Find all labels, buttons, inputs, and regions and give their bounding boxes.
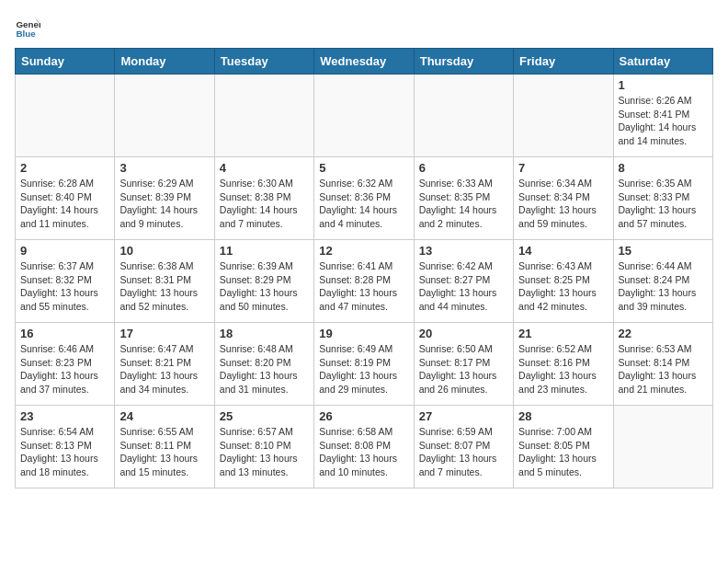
day-number: 12 [319, 244, 408, 258]
day-header-wednesday: Wednesday [314, 49, 414, 75]
day-info: Sunrise: 6:30 AM Sunset: 8:38 PM Dayligh… [220, 177, 309, 231]
day-info: Sunrise: 6:35 AM Sunset: 8:33 PM Dayligh… [619, 177, 708, 231]
calendar-cell [214, 75, 313, 157]
calendar-cell: 13Sunrise: 6:42 AM Sunset: 8:27 PM Dayli… [414, 240, 513, 323]
day-number: 10 [119, 244, 209, 258]
day-info: Sunrise: 6:32 AM Sunset: 8:36 PM Dayligh… [319, 177, 408, 231]
day-info: Sunrise: 6:38 AM Sunset: 8:31 PM Dayligh… [119, 259, 209, 314]
day-info: Sunrise: 6:47 AM Sunset: 8:21 PM Dayligh… [119, 342, 209, 396]
day-header-thursday: Thursday [414, 49, 513, 75]
day-number: 5 [319, 161, 408, 175]
day-info: Sunrise: 6:29 AM Sunset: 8:39 PM Dayligh… [119, 177, 209, 231]
day-number: 14 [518, 244, 608, 258]
day-number: 8 [619, 161, 708, 175]
day-number: 2 [20, 161, 109, 175]
day-number: 22 [619, 327, 708, 340]
day-info: Sunrise: 6:41 AM Sunset: 8:28 PM Dayligh… [319, 259, 408, 314]
calendar-header-row: SundayMondayTuesdayWednesdayThursdayFrid… [16, 49, 713, 75]
day-info: Sunrise: 6:43 AM Sunset: 8:25 PM Dayligh… [518, 259, 608, 314]
day-header-sunday: Sunday [16, 49, 115, 75]
day-info: Sunrise: 6:48 AM Sunset: 8:20 PM Dayligh… [220, 342, 309, 396]
calendar-cell: 10Sunrise: 6:38 AM Sunset: 8:31 PM Dayli… [115, 240, 214, 323]
calendar-cell: 3Sunrise: 6:29 AM Sunset: 8:39 PM Daylig… [115, 157, 214, 240]
calendar-cell: 6Sunrise: 6:33 AM Sunset: 8:35 PM Daylig… [414, 157, 513, 240]
day-info: Sunrise: 6:50 AM Sunset: 8:17 PM Dayligh… [419, 342, 508, 396]
day-header-saturday: Saturday [613, 49, 712, 75]
calendar-cell: 1Sunrise: 6:26 AM Sunset: 8:41 PM Daylig… [613, 75, 712, 157]
day-number: 11 [220, 244, 309, 258]
day-info: Sunrise: 6:57 AM Sunset: 8:10 PM Dayligh… [220, 425, 309, 479]
day-info: Sunrise: 6:49 AM Sunset: 8:19 PM Dayligh… [319, 342, 408, 396]
calendar-cell: 9Sunrise: 6:37 AM Sunset: 8:32 PM Daylig… [16, 240, 115, 323]
calendar-cell: 27Sunrise: 6:59 AM Sunset: 8:07 PM Dayli… [414, 406, 513, 488]
calendar-cell [314, 75, 414, 157]
day-header-tuesday: Tuesday [214, 49, 313, 75]
day-number: 13 [419, 244, 508, 258]
day-info: Sunrise: 6:34 AM Sunset: 8:34 PM Dayligh… [518, 177, 608, 231]
calendar-cell [613, 406, 712, 488]
day-info: Sunrise: 6:42 AM Sunset: 8:27 PM Dayligh… [419, 259, 508, 314]
day-number: 23 [20, 409, 109, 423]
day-info: Sunrise: 6:44 AM Sunset: 8:24 PM Dayligh… [619, 259, 708, 314]
day-number: 15 [619, 244, 708, 258]
day-number: 20 [419, 327, 508, 340]
svg-text:Blue: Blue [16, 29, 36, 39]
day-number: 25 [220, 409, 309, 423]
day-header-monday: Monday [115, 49, 214, 75]
day-number: 4 [220, 161, 309, 175]
calendar-cell: 7Sunrise: 6:34 AM Sunset: 8:34 PM Daylig… [514, 157, 613, 240]
calendar-cell: 15Sunrise: 6:44 AM Sunset: 8:24 PM Dayli… [613, 240, 712, 323]
day-number: 7 [518, 161, 608, 175]
calendar-cell: 11Sunrise: 6:39 AM Sunset: 8:29 PM Dayli… [214, 240, 313, 323]
day-info: Sunrise: 6:59 AM Sunset: 8:07 PM Dayligh… [419, 425, 508, 479]
calendar-cell: 28Sunrise: 7:00 AM Sunset: 8:05 PM Dayli… [514, 406, 613, 488]
calendar-cell: 18Sunrise: 6:48 AM Sunset: 8:20 PM Dayli… [214, 323, 313, 406]
day-info: Sunrise: 7:00 AM Sunset: 8:05 PM Dayligh… [518, 425, 608, 479]
calendar-cell: 24Sunrise: 6:55 AM Sunset: 8:11 PM Dayli… [115, 406, 214, 488]
day-number: 24 [119, 409, 209, 423]
week-row-5: 23Sunrise: 6:54 AM Sunset: 8:13 PM Dayli… [16, 406, 713, 488]
calendar-cell: 20Sunrise: 6:50 AM Sunset: 8:17 PM Dayli… [414, 323, 513, 406]
week-row-3: 9Sunrise: 6:37 AM Sunset: 8:32 PM Daylig… [16, 240, 713, 323]
logo-icon: General Blue [15, 15, 40, 40]
day-info: Sunrise: 6:39 AM Sunset: 8:29 PM Dayligh… [220, 259, 309, 314]
calendar-cell: 17Sunrise: 6:47 AM Sunset: 8:21 PM Dayli… [115, 323, 214, 406]
day-number: 19 [319, 327, 408, 340]
calendar-cell: 5Sunrise: 6:32 AM Sunset: 8:36 PM Daylig… [314, 157, 414, 240]
calendar-cell [115, 75, 214, 157]
calendar-cell: 22Sunrise: 6:53 AM Sunset: 8:14 PM Dayli… [613, 323, 712, 406]
week-row-4: 16Sunrise: 6:46 AM Sunset: 8:23 PM Dayli… [16, 323, 713, 406]
day-info: Sunrise: 6:55 AM Sunset: 8:11 PM Dayligh… [119, 425, 209, 479]
day-number: 1 [619, 78, 708, 92]
calendar-cell [514, 75, 613, 157]
day-number: 3 [119, 161, 209, 175]
day-number: 6 [419, 161, 508, 175]
day-number: 9 [20, 244, 109, 258]
calendar-cell: 23Sunrise: 6:54 AM Sunset: 8:13 PM Dayli… [16, 406, 115, 488]
day-number: 28 [518, 409, 608, 423]
day-number: 17 [119, 327, 209, 340]
day-info: Sunrise: 6:53 AM Sunset: 8:14 PM Dayligh… [619, 342, 708, 396]
day-header-friday: Friday [514, 49, 613, 75]
calendar-cell: 12Sunrise: 6:41 AM Sunset: 8:28 PM Dayli… [314, 240, 414, 323]
calendar-cell: 4Sunrise: 6:30 AM Sunset: 8:38 PM Daylig… [214, 157, 313, 240]
header: General Blue [15, 15, 713, 40]
day-info: Sunrise: 6:54 AM Sunset: 8:13 PM Dayligh… [20, 425, 109, 479]
week-row-1: 1Sunrise: 6:26 AM Sunset: 8:41 PM Daylig… [16, 75, 713, 157]
calendar-cell: 25Sunrise: 6:57 AM Sunset: 8:10 PM Dayli… [214, 406, 313, 488]
day-info: Sunrise: 6:33 AM Sunset: 8:35 PM Dayligh… [419, 177, 508, 231]
calendar-cell [16, 75, 115, 157]
calendar: SundayMondayTuesdayWednesdayThursdayFrid… [15, 48, 713, 488]
logo: General Blue [15, 15, 40, 40]
day-number: 16 [20, 327, 109, 340]
day-number: 27 [419, 409, 508, 423]
calendar-cell: 2Sunrise: 6:28 AM Sunset: 8:40 PM Daylig… [16, 157, 115, 240]
calendar-cell [414, 75, 513, 157]
calendar-cell: 8Sunrise: 6:35 AM Sunset: 8:33 PM Daylig… [613, 157, 712, 240]
day-number: 21 [518, 327, 608, 340]
day-number: 26 [319, 409, 408, 423]
calendar-cell: 26Sunrise: 6:58 AM Sunset: 8:08 PM Dayli… [314, 406, 414, 488]
day-info: Sunrise: 6:26 AM Sunset: 8:41 PM Dayligh… [619, 94, 708, 148]
week-row-2: 2Sunrise: 6:28 AM Sunset: 8:40 PM Daylig… [16, 157, 713, 240]
day-info: Sunrise: 6:58 AM Sunset: 8:08 PM Dayligh… [319, 425, 408, 479]
